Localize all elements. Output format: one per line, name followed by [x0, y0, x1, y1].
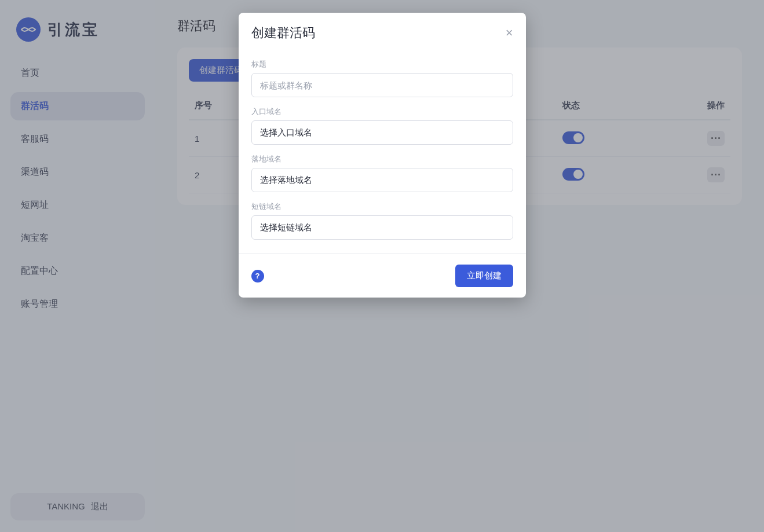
modal-footer: ? 立即创建	[239, 254, 526, 298]
modal-header: 创建群活码 ×	[239, 13, 526, 51]
entry-domain-select[interactable]: 选择入口域名	[251, 120, 513, 145]
modal-body: 标题 入口域名 选择入口域名 落地域名 选择落地域名 短链域名 选择短链域名	[239, 51, 526, 254]
landing-domain-label: 落地域名	[251, 154, 513, 164]
shortlink-domain-label: 短链域名	[251, 201, 513, 212]
title-label: 标题	[251, 59, 513, 69]
shortlink-domain-select[interactable]: 选择短链域名	[251, 215, 513, 240]
create-groupcode-modal: 创建群活码 × 标题 入口域名 选择入口域名 落地域名 选择落地域名 短链域名 …	[239, 13, 526, 298]
modal-title: 创建群活码	[251, 24, 315, 42]
close-icon[interactable]: ×	[506, 25, 513, 41]
title-input[interactable]	[251, 73, 513, 97]
submit-button[interactable]: 立即创建	[455, 265, 513, 287]
landing-domain-select[interactable]: 选择落地域名	[251, 168, 513, 192]
help-icon[interactable]: ?	[251, 270, 264, 282]
modal-overlay[interactable]: 创建群活码 × 标题 入口域名 选择入口域名 落地域名 选择落地域名 短链域名 …	[0, 0, 764, 532]
entry-domain-label: 入口域名	[251, 107, 513, 117]
